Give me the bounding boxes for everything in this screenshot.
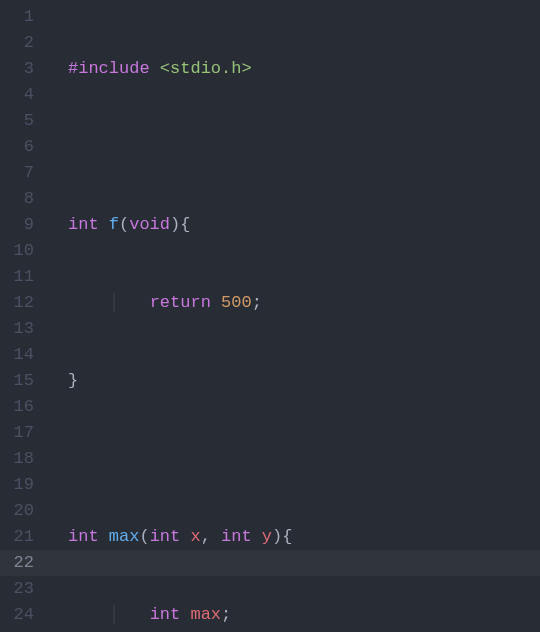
code-line[interactable] [48, 134, 540, 160]
code-line[interactable] [48, 446, 540, 472]
line-number: 7 [0, 160, 48, 186]
line-number: 18 [0, 446, 48, 472]
line-number: 5 [0, 108, 48, 134]
line-number: 24 [0, 602, 48, 628]
line-number: 15 [0, 368, 48, 394]
line-number: 13 [0, 316, 48, 342]
line-number: 1 [0, 4, 48, 30]
line-number: 14 [0, 342, 48, 368]
line-number: 23 [0, 576, 48, 602]
line-number: 6 [0, 134, 48, 160]
line-number: 9 [0, 212, 48, 238]
line-number: 21 [0, 524, 48, 550]
line-number: 11 [0, 264, 48, 290]
code-editor: 1 2 3 4 5 6 7 8 9 10 11 12 13 14 15 16 1… [0, 0, 540, 632]
line-number: 20 [0, 498, 48, 524]
line-number: 19 [0, 472, 48, 498]
code-area[interactable]: #include <stdio.h> int f(void){ │ return… [48, 0, 540, 632]
code-line[interactable]: #include <stdio.h> [48, 56, 540, 82]
line-number: 8 [0, 186, 48, 212]
code-line[interactable]: int f(void){ [48, 212, 540, 238]
line-number: 3 [0, 56, 48, 82]
line-number: 2 [0, 30, 48, 56]
line-number: 17 [0, 420, 48, 446]
code-line[interactable]: int max(int x, int y){ [48, 524, 540, 550]
line-number: 12 [0, 290, 48, 316]
line-number-gutter: 1 2 3 4 5 6 7 8 9 10 11 12 13 14 15 16 1… [0, 0, 48, 632]
line-number: 4 [0, 82, 48, 108]
line-number: 16 [0, 394, 48, 420]
line-number: 22 [0, 550, 48, 576]
code-line[interactable]: │ int max; [48, 602, 540, 628]
code-line[interactable]: │ return 500; [48, 290, 540, 316]
code-line[interactable]: } [48, 368, 540, 394]
line-number: 10 [0, 238, 48, 264]
